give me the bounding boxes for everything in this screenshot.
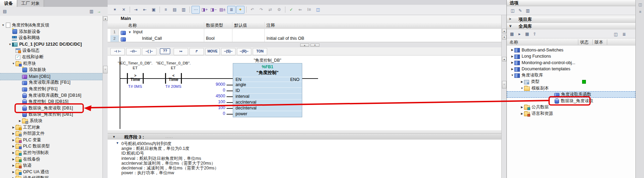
tree-item-语言和资源[interactable]: ▶语言和资源 [507,110,635,117]
chevron-collapsed-icon[interactable]: ▶ [520,80,524,83]
network-3-comment-placeholder[interactable]: ..... [165,134,173,139]
tree-item-添加新设备[interactable]: 添加新设备 [0,28,102,35]
tree-item-数据块_角度读取[interactable]: 数据块_角度读取 [507,98,635,104]
tree-item-角度控制 [FB1][interactable]: 角度控制 [FB1] [0,86,102,92]
tree-item-在线备份[interactable]: ▶在线备份 [0,156,102,163]
list-view-icon[interactable]: ≣ [621,31,627,38]
go-to-icon[interactable]: ⇄ [266,6,274,14]
tree-item-OPC UA 通信[interactable]: ▶OPC UA 通信 [0,169,102,175]
chevron-collapsed-icon[interactable]: ▶ [510,48,514,51]
network-3-comment-block[interactable]: ▼ 0号舵机4500ms内转到0度angle：舵机目标角度，单位为0.1度ID:… [108,140,501,178]
contact-member[interactable]: ET [148,66,199,70]
expander-icon[interactable]: ▼ [128,31,131,34]
chevron-collapsed-icon[interactable]: ▶ [11,139,15,142]
tree-item-角度读取库[interactable]: ▼角度读取库 [507,72,635,79]
tree-item-在线和诊断[interactable]: 在线和诊断 [0,54,102,60]
table-row[interactable]: 1 ▼ Input [108,29,501,36]
table-splitter[interactable]: ▲ ▼ [108,42,501,48]
row-datatype[interactable]: Bool [206,36,215,41]
edit-library-icon[interactable]: ✎ [517,7,524,14]
pin-value-ID[interactable]: 0 [198,88,225,93]
normally-open-contact-icon[interactable]: ⊣ ⊢ [110,48,125,55]
pin-value-power[interactable]: 0 [198,111,225,116]
col-default[interactable]: 默认值 [234,23,247,28]
scroll-up-icon[interactable]: ▲ [103,16,108,21]
close-branch-icon[interactable]: ↱ [189,48,204,55]
chevron-collapsed-icon[interactable]: ▶ [510,55,514,58]
pin-decInterval[interactable]: decInterval [236,106,256,110]
project-tree-scrollbar[interactable]: ▲ ≡ [102,16,108,178]
network-comments-icon[interactable]: ⋯ [192,6,200,14]
tree-item-Documentation templates[interactable]: ▶Documentation templates [507,66,635,72]
detail-view-icon[interactable]: ◫ [612,31,619,38]
chevron-expanded-icon[interactable]: ▼ [520,87,524,90]
network-overview-icon[interactable]: ≣ [227,6,236,14]
panel-menu-icon[interactable]: ≡ [637,9,643,14]
pin-value-angle[interactable]: 9000 [198,82,225,87]
coil-icon[interactable]: −( )− [142,48,156,55]
chevron-collapsed-icon[interactable]: ▶ [520,112,524,115]
pin-ID[interactable]: ID [236,88,240,93]
normally-closed-contact-icon[interactable]: ⊣/⊢ [126,48,141,55]
tree-item-轨迹[interactable]: ▶轨迹 [0,162,102,169]
network-3-header[interactable]: ▼ 程序段 3 : ..... [108,133,501,140]
tree-item-系统块[interactable]: ▶系统块 [0,118,102,124]
reset-coil-icon[interactable]: −(R)− [237,48,251,55]
chevron-collapsed-icon[interactable]: ▶ [510,68,514,71]
pin-value-decInterval[interactable]: 100 [198,105,225,110]
chevron-expanded-icon[interactable]: ▼ [510,74,514,77]
view-options-icon[interactable]: ▤ [1,8,8,15]
editor-scrollbar[interactable]: ▲ ▼ ▲ ≡ [501,15,507,178]
contact-value[interactable]: T# 20MS [156,84,190,88]
pin-en[interactable]: EN [236,77,241,82]
open-all-networks-icon[interactable]: ◨+ [200,6,209,14]
symbolic-operands-icon[interactable]: ▤ [171,6,179,14]
tree-item-类型[interactable]: ▶类型 [507,79,635,85]
tree-item-设备代理数据[interactable]: ▶设备代理数据 [0,175,102,178]
tree-item-角度控制_DB [DB15][interactable]: 角度控制_DB [DB15] [0,98,102,105]
chevron-collapsed-icon[interactable]: ▶ [520,106,524,109]
tree-item-Long Functions[interactable]: ▶Long Functions [507,53,635,60]
row-name[interactable]: Input [133,29,143,34]
network-expander-icon[interactable]: ▼ [112,135,116,139]
tree-item-添加新块[interactable]: 添加新块 [0,67,102,73]
close-branch-icon[interactable]: ⇤ [141,6,149,14]
library-info-icon[interactable]: ◫ [509,7,516,14]
library-view-icon[interactable]: ▥ [524,7,531,14]
tree-item-数据块_角度读取 [DB1][interactable]: 数据块_角度读取 [DB1] [0,105,102,111]
tree-item-PLC 变量[interactable]: ▶PLC 变量 [0,137,102,143]
ton-timer-icon[interactable]: TON [253,48,267,55]
contact-operand[interactable]: "IEC_Timer_0_DB". [148,61,199,65]
download-icon[interactable]: ⇐ [296,6,304,14]
chevron-collapsed-icon[interactable]: ▶ [11,132,15,135]
tree-item-公共数据[interactable]: ▶公共数据 [507,104,635,110]
chevron-collapsed-icon[interactable]: ▶ [11,164,15,167]
compile-icon[interactable]: ✓ [287,6,295,14]
open-element-icon[interactable]: → [96,8,102,15]
monitor-icon[interactable]: I≡ [305,6,313,14]
instance-db-name[interactable]: "角度控制_DB" [233,58,302,63]
chevron-collapsed-icon[interactable]: ▶ [11,151,15,154]
tree-item-角度读取库函数 [FB1][interactable]: 角度读取库函数 [FB1] [0,79,102,86]
table-scroll-down-icon[interactable]: ▼ [502,35,506,39]
tab-plant-objects[interactable]: 工厂 对象 [17,0,44,7]
insert-box-icon[interactable]: ▣ [150,6,158,14]
scrollbar-grip[interactable]: ≡ [103,66,108,73]
comment-expander-icon[interactable]: ▼ [116,141,119,145]
tree-item-监控与强制表[interactable]: ▶监控与强制表 [0,150,102,156]
tree-item-角度读取库函数[interactable]: 角度读取库函数 [507,91,635,98]
chevron-collapsed-icon[interactable]: ▶ [11,170,15,174]
pin-accInterval[interactable]: accInterval [236,100,256,105]
chevron-collapsed-icon[interactable]: ▶ [11,158,15,161]
pin-value-interval[interactable]: 4500 [198,94,225,98]
absolute-operands-icon[interactable]: ≡ [162,6,170,14]
col-status[interactable]: 状态 [580,39,589,45]
row-comment[interactable]: Initial call of this OB [266,36,304,41]
expand-symbols-icon[interactable]: ▤± [218,6,227,14]
collapse-up-icon[interactable]: ▲ [300,44,309,47]
tree-item-工艺对象[interactable]: ▶工艺对象 [0,124,102,131]
col-datatype[interactable]: 数据类型 [206,23,223,28]
col-comment[interactable]: 注释 [266,23,275,28]
tree-item-角度读取库函数_DB [DB16][interactable]: 角度读取库函数_DB [DB16] [0,92,102,99]
insert-network-icon[interactable]: ✶ [111,6,119,14]
